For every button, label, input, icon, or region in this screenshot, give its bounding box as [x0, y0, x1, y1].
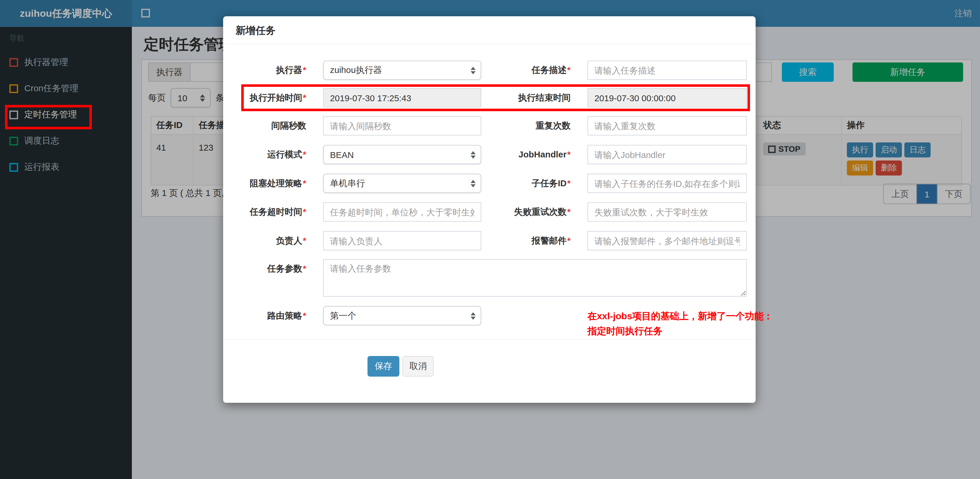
select-arrows-icon — [471, 67, 476, 74]
select-arrows-icon — [471, 312, 476, 319]
repeat-count-input[interactable] — [587, 116, 747, 136]
alarm-email-input[interactable] — [587, 231, 747, 250]
alarm-email-label: 报警邮件 — [481, 231, 571, 250]
block-strategy-select[interactable]: 单机串行 — [323, 173, 481, 193]
job-handler-label: JobHandler — [481, 145, 571, 164]
route-strategy-select[interactable]: 第一个 — [323, 306, 481, 325]
job-desc-input[interactable] — [587, 60, 747, 80]
start-time-label: 执行开始时间 — [236, 88, 306, 107]
author-input[interactable] — [323, 231, 481, 250]
timeout-input[interactable] — [323, 202, 481, 222]
fail-retry-label: 失败重试次数 — [481, 202, 571, 222]
interval-input[interactable] — [323, 116, 481, 136]
child-job-id-label: 子任务ID — [481, 173, 571, 193]
child-job-id-input[interactable] — [587, 173, 747, 193]
end-time-input[interactable] — [587, 88, 747, 107]
interval-label: 间隔秒数 — [236, 116, 306, 136]
select-arrows-icon — [471, 151, 476, 158]
start-time-input[interactable] — [323, 88, 481, 107]
author-label: 负责人 — [236, 231, 306, 250]
red-annotation-note: 在xxl-jobs项目的基础上，新增了一个功能： 指定时间执行任务 — [587, 309, 773, 339]
executor-label: 执行器 — [236, 60, 306, 80]
note-line-1: 在xxl-jobs项目的基础上，新增了一个功能： — [587, 309, 773, 324]
select-arrows-icon — [471, 180, 476, 187]
note-line-2: 指定时间执行任务 — [587, 324, 773, 339]
executor-select[interactable]: zuihou执行器 — [323, 60, 481, 80]
form-divider — [223, 339, 756, 340]
save-button[interactable]: 保存 — [368, 356, 399, 377]
job-handler-input[interactable] — [587, 145, 747, 164]
app-screen: zuihou任务调度中心 注销 导航 执行器管理 Cron任务管理 定时任务管理… — [0, 0, 980, 479]
glue-type-label: 运行模式 — [236, 145, 306, 164]
timeout-label: 任务超时时间 — [236, 202, 306, 222]
job-param-textarea[interactable] — [323, 259, 747, 297]
add-task-modal: 新增任务 执行器 zuihou执行器 任务描述 执行开始时间 执行结束时间 — [223, 16, 756, 403]
fail-retry-input[interactable] — [587, 202, 747, 222]
job-desc-label: 任务描述 — [481, 60, 571, 80]
screenshot-stage: zuihou任务调度中心 注销 导航 执行器管理 Cron任务管理 定时任务管理… — [0, 0, 980, 479]
modal-header: 新增任务 — [223, 16, 756, 45]
glue-type-select[interactable]: BEAN — [323, 145, 481, 164]
job-param-label: 任务参数 — [236, 259, 306, 278]
repeat-count-label: 重复次数 — [481, 116, 571, 136]
end-time-label: 执行结束时间 — [481, 88, 571, 107]
block-strategy-label: 阻塞处理策略 — [236, 173, 306, 193]
modal-title: 新增任务 — [236, 24, 276, 38]
cancel-button[interactable]: 取消 — [402, 356, 434, 377]
route-strategy-label: 路由策略 — [236, 306, 306, 325]
